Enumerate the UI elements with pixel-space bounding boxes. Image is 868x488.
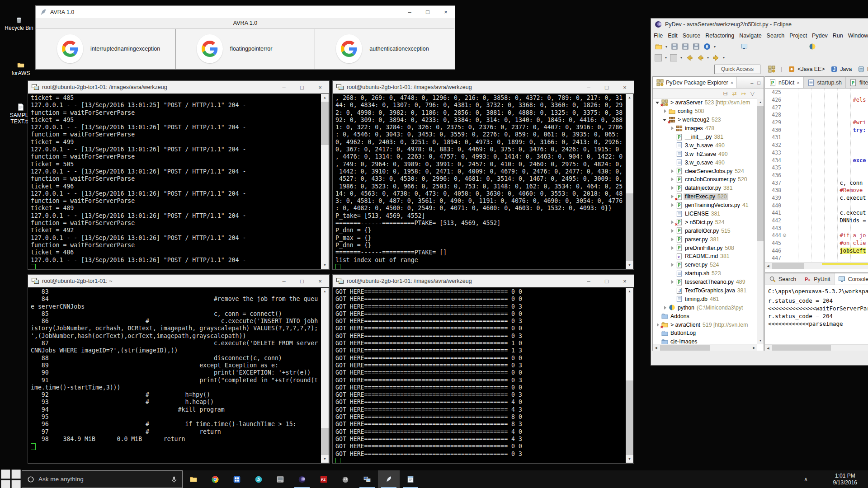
tree-item-3.w_h2.save[interactable]: 3.w_h2.save490	[653, 150, 757, 158]
taskbar-app-python-feather[interactable]	[378, 470, 400, 488]
tree-item-dataInjector.py[interactable]: PdataInjector.py381	[653, 184, 757, 192]
tree-item-images[interactable]: images478	[653, 124, 757, 133]
menu-edit[interactable]: Edit	[668, 33, 683, 39]
collapsed-arrow-icon[interactable]	[669, 185, 675, 191]
window-maximize-button[interactable]: □	[419, 6, 437, 18]
window-minimize-button[interactable]: –	[401, 6, 419, 18]
terminal-content[interactable]: ticket = 485127.0.0.1 - - [13/Sep/2016 1…	[28, 94, 321, 269]
avra-button-floatingpointerror[interactable]: floatingpointerror	[175, 29, 315, 69]
tree-item-tesseractTheano.py[interactable]: PtesseractTheano.py489	[653, 278, 757, 286]
taskbar-app-gimp[interactable]	[335, 470, 356, 488]
close-icon[interactable]: ×	[731, 80, 733, 85]
run-icon[interactable]	[670, 54, 677, 61]
avra-titlebar[interactable]: AVRA 1.0 –□×	[36, 6, 455, 18]
scroll-down-icon[interactable]: ▼	[626, 455, 633, 463]
tree-item-timing.db[interactable]: timing.db461	[653, 295, 757, 303]
scrollbar-thumb[interactable]	[626, 193, 633, 261]
dropdown-icon[interactable]: ▾	[707, 56, 709, 60]
link-editor-icon[interactable]: ↦	[741, 90, 746, 97]
panel-maximize-icon[interactable]: □	[757, 80, 760, 85]
scroll-up-icon[interactable]: ▲	[626, 94, 633, 101]
collapsed-arrow-icon[interactable]	[669, 168, 675, 174]
menu-file[interactable]: File	[654, 33, 668, 39]
taskbar-app-blue-app[interactable]	[226, 470, 248, 488]
tree-item-__init__.py[interactable]: P__init__.py381	[653, 133, 757, 141]
view-menu-icon[interactable]: ▽	[750, 90, 755, 97]
tree-item-ButtonLog[interactable]: ButtonLog	[653, 329, 757, 338]
tree-item-README.md[interactable]: vREADME.md381	[653, 252, 757, 261]
window-close-button[interactable]: ×	[311, 275, 329, 287]
terminal-scrollbar[interactable]: ▲▼	[626, 94, 633, 269]
tree-item-werkzeug2[interactable]: ✕> werkzeug2523	[653, 116, 757, 124]
console-tab-search[interactable]: Search	[765, 273, 800, 285]
avra-button-interruptednamingexception[interactable]: interruptednamingexception	[36, 29, 175, 69]
taskbar-clock[interactable]: 1:01 PM9/13/2016	[833, 473, 857, 486]
scroll-down-icon[interactable]: ▼	[321, 262, 329, 269]
terminal-content[interactable]: , 268: 0, 269: 0, 4748: 0, 1296: 0, 216:…	[333, 94, 626, 269]
window-maximize-button[interactable]: □	[293, 81, 311, 94]
save-icon[interactable]	[670, 43, 678, 51]
window-close-button[interactable]: ×	[437, 6, 455, 18]
window-minimize-button[interactable]: –	[275, 275, 293, 287]
tree-item-genTrainingVectors.py[interactable]: PgenTrainingVectors.py41	[653, 201, 757, 210]
tree-item-Addons[interactable]: Addons	[653, 312, 757, 320]
console-tab-pyunit[interactable]: PuPyUnit	[800, 273, 835, 285]
explorer-vertical-scrollbar[interactable]: ▲ ▼	[757, 99, 764, 344]
dropdown-icon[interactable]: ▾	[723, 56, 725, 60]
editor-tab-filterex[interactable]: PfilterEx	[846, 77, 868, 88]
menu-project[interactable]: Project	[789, 33, 812, 39]
tree-item-LICENSE[interactable]: LICENSE381	[653, 210, 757, 218]
editor-horizontal-scrollbar[interactable]: ◀	[765, 262, 868, 269]
console-tab-console[interactable]: Console×	[835, 273, 868, 285]
tree-item-cnnJobConsumer.py[interactable]: PcnnJobConsumer.py520	[653, 175, 757, 184]
window-maximize-button[interactable]: □	[598, 275, 616, 287]
tree-item-filterExec.py[interactable]: P✕filterExec.py520	[653, 192, 757, 201]
scrollbar-thumb[interactable]	[772, 263, 804, 269]
tree-item-server.py[interactable]: Pserver.py524	[653, 261, 757, 269]
terminal-titlebar[interactable]: root@ubuntu-2gb-tor1-01: /images/avra/we…	[333, 81, 634, 94]
menu-refactoring[interactable]: Refactoring	[705, 33, 739, 39]
microphone-icon[interactable]	[170, 475, 178, 483]
tree-item-avraClient[interactable]: ✕> avraClient519 [http://svn.lem	[653, 320, 757, 329]
eclipse-titlebar[interactable]: PyDev - avraServer/werkzeug2/n5Dict.py -…	[651, 19, 868, 30]
desktop-icon-recycle-bin[interactable]: Recycle Bin	[1, 5, 37, 31]
tab-pydev-package-explorer[interactable]: PyDev Package Explorer ×	[653, 77, 737, 88]
avra-button-authenticationexception[interactable]: authenticationexception	[315, 29, 454, 69]
menu-pydev[interactable]: Pydev	[812, 33, 833, 39]
window-minimize-button[interactable]: –	[580, 81, 598, 94]
scroll-down-icon[interactable]: ▼	[757, 337, 764, 344]
desktop-icon-folder[interactable]: forAWS	[3, 51, 39, 76]
taskbar-app-notepad[interactable]	[400, 470, 421, 488]
collapsed-arrow-icon[interactable]	[669, 125, 675, 131]
pydev-icon[interactable]	[808, 43, 816, 51]
tree-item-parser.py[interactable]: Pparser.py381	[653, 235, 757, 244]
terminal-content[interactable]: GOT HERE================================…	[333, 288, 626, 463]
collapsed-arrow-icon[interactable]	[662, 108, 668, 114]
code-editor[interactable]: 425426 #els427428429 #wri430 try:4314324…	[765, 89, 868, 262]
tree-item-cje-images[interactable]: cje-images	[653, 338, 757, 344]
scrollbar-thumb[interactable]	[626, 380, 633, 455]
taskbar-app-chrome[interactable]	[204, 470, 226, 488]
perspective-java[interactable]: JJava	[830, 66, 852, 73]
menu-run[interactable]: Run	[833, 33, 848, 39]
taskbar-app-filezilla[interactable]: FZ	[313, 470, 335, 488]
forward-arrow-icon[interactable]	[712, 54, 720, 61]
tree-item-config[interactable]: config508	[653, 107, 757, 116]
start-button[interactable]	[0, 470, 22, 488]
cortana-search-box[interactable]: Ask me anything	[22, 470, 183, 488]
terminal-scrollbar[interactable]: ▲▼	[321, 94, 329, 269]
tree-item-parallelOcr.py[interactable]: PparallelOcr.py515	[653, 226, 757, 235]
terminal-content[interactable]: 83 84 #remove the job from the queue ser…	[28, 288, 321, 463]
scroll-left-icon[interactable]: ◀	[765, 263, 771, 269]
tree-item-python[interactable]: python(C:\Miniconda3\pyt	[653, 303, 757, 312]
panel-minimize-icon[interactable]: –	[750, 80, 753, 85]
save-all-icon[interactable]	[681, 43, 689, 51]
open-perspective-icon[interactable]	[768, 66, 775, 73]
scroll-up-icon[interactable]: ▲	[757, 99, 764, 106]
scroll-down-icon[interactable]: ▼	[626, 262, 633, 269]
new-wizard-icon[interactable]	[655, 43, 662, 51]
menu-source[interactable]: Source	[683, 33, 706, 39]
scroll-up-icon[interactable]: ▲	[321, 288, 329, 295]
terminal-titlebar[interactable]: root@ubuntu-2gb-tor1-01: /images/avra/we…	[28, 81, 329, 94]
window-maximize-button[interactable]: □	[293, 275, 311, 287]
